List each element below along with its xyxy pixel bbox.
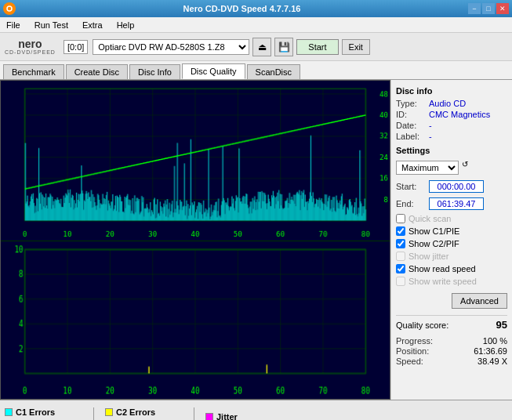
speed-select[interactable]: Maximum: [396, 161, 459, 175]
tab-bar: Benchmark Create Disc Disc Info Disc Qua…: [0, 61, 512, 80]
tab-scan-disc[interactable]: ScanDisc: [247, 64, 300, 79]
right-panel: Disc info Type: Audio CD ID: CMC Magneti…: [390, 80, 512, 400]
jitter-stats: Jitter Average: - Maximum: -: [205, 412, 283, 421]
device-select[interactable]: Optiarc DVD RW AD-5280S 1.Z8: [93, 39, 249, 55]
quality-score-value: 95: [496, 319, 507, 331]
menu-help[interactable]: Help: [114, 19, 138, 31]
show-c2-checkbox[interactable]: [396, 239, 405, 248]
progress-section: Progress: 100 % Position: 61:36.69 Speed…: [396, 335, 507, 367]
bottom-chart: [1, 241, 390, 399]
start-time-field[interactable]: [429, 180, 484, 193]
menu-file[interactable]: File: [3, 19, 24, 31]
main-content: Disc info Type: Audio CD ID: CMC Magneti…: [0, 80, 512, 400]
show-read-label: Show read speed: [409, 264, 476, 273]
c1-legend-dot: [5, 408, 13, 416]
c2-label: C2 Errors: [116, 407, 155, 417]
jitter-label: Jitter: [216, 412, 238, 421]
show-c2-label: Show C2/PIF: [409, 239, 459, 248]
device-id-label: [0:0]: [64, 40, 88, 54]
close-button[interactable]: ✕: [496, 3, 509, 14]
speed-label: Speed:: [396, 357, 423, 366]
progress-label: Progress:: [396, 336, 433, 346]
maximize-button[interactable]: □: [482, 3, 495, 14]
charts-area: [0, 80, 390, 400]
disc-info-title: Disc info: [396, 86, 507, 96]
exit-button[interactable]: Exit: [342, 39, 370, 55]
show-write-label: Show write speed: [409, 277, 477, 286]
nero-logo: nero CD-DVD/SPEED: [5, 38, 56, 55]
type-label: Type:: [396, 99, 426, 108]
stats-footer: C1 Errors Average: 3.45 Maximum: 31 Tota…: [0, 400, 512, 420]
position-value: 61:36.69: [474, 346, 507, 356]
eject-icon-btn[interactable]: ⏏: [252, 38, 271, 56]
c1-label: C1 Errors: [16, 407, 55, 417]
show-read-checkbox[interactable]: [396, 264, 405, 273]
menu-run-test[interactable]: Run Test: [31, 19, 71, 31]
show-c1-label: Show C1/PIE: [409, 226, 459, 236]
start-button[interactable]: Start: [296, 39, 338, 55]
c2-stats: C2 Errors Average: 0.00 Maximum: 0 Total…: [105, 407, 183, 421]
position-label: Position:: [396, 346, 429, 356]
quick-scan-checkbox[interactable]: [396, 214, 405, 223]
date-value: -: [429, 121, 432, 130]
show-c1-checkbox[interactable]: [396, 226, 405, 236]
id-value: CMC Magnetics: [429, 110, 490, 119]
quick-scan-label: Quick scan: [409, 214, 451, 223]
tab-benchmark[interactable]: Benchmark: [3, 64, 64, 79]
start-time-label: Start:: [396, 182, 426, 191]
id-label: ID:: [396, 110, 426, 119]
advanced-button[interactable]: Advanced: [452, 293, 507, 309]
save-icon-btn[interactable]: 💾: [274, 38, 293, 56]
speed-value: 38.49 X: [478, 357, 507, 366]
titlebar: Nero CD-DVD Speed 4.7.7.16 − □ ✕: [0, 0, 512, 17]
show-write-checkbox[interactable]: [396, 277, 405, 286]
tab-disc-info[interactable]: Disc Info: [129, 64, 180, 79]
window-title: Nero CD-DVD Speed 4.7.7.16: [16, 4, 468, 13]
c1-stats: C1 Errors Average: 3.45 Maximum: 31 Tota…: [5, 407, 82, 421]
tab-disc-quality[interactable]: Disc Quality: [182, 63, 245, 79]
toolbar: nero CD-DVD/SPEED [0:0] Optiarc DVD RW A…: [0, 33, 512, 61]
app-icon: [3, 2, 16, 15]
show-jitter-checkbox[interactable]: [396, 252, 405, 261]
refresh-icon-btn[interactable]: ↺: [462, 160, 478, 176]
end-time-field[interactable]: [429, 197, 484, 210]
menu-extra[interactable]: Extra: [79, 19, 106, 31]
svg-point-0: [5, 4, 14, 13]
type-value: Audio CD: [429, 99, 466, 108]
disc-label-label: Label:: [396, 132, 426, 141]
show-jitter-label: Show jitter: [409, 252, 448, 261]
menubar: File Run Test Extra Help: [0, 17, 512, 33]
window-controls: − □ ✕: [468, 3, 509, 14]
tab-create-disc[interactable]: Create Disc: [66, 64, 128, 79]
divider-1: [93, 407, 94, 421]
c2-legend-dot: [105, 408, 113, 416]
divider-2: [194, 407, 194, 421]
jitter-legend-dot: [205, 413, 213, 421]
quality-score-label: Quality score:: [396, 320, 448, 330]
disc-label-value: -: [429, 132, 432, 141]
minimize-button[interactable]: −: [468, 3, 481, 14]
settings-title: Settings: [396, 146, 507, 155]
end-time-label: End:: [396, 199, 426, 208]
progress-value: 100 %: [483, 336, 507, 346]
date-label: Date:: [396, 121, 426, 130]
top-chart: [1, 81, 390, 241]
